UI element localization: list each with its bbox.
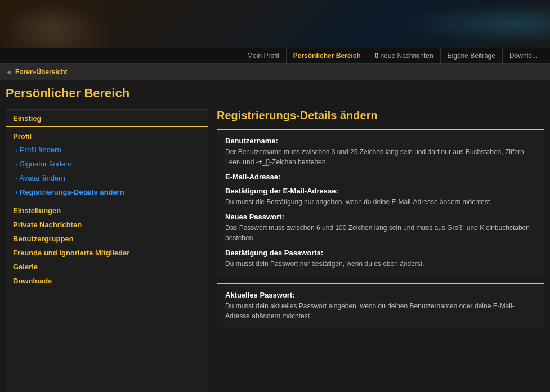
sidebar-item-registrierungs-details[interactable]: Registrierungs-Details ändern xyxy=(6,185,208,199)
sidebar-item-signatur-aendern[interactable]: Signatur ändern xyxy=(6,157,208,171)
label-aktuelles-passwort: Aktuelles Passwort: xyxy=(225,291,536,299)
content-title: Registrierungs-Details ändern xyxy=(217,109,544,122)
info-box-aktuelles-passwort: Aktuelles Passwort: Du musst dein aktuel… xyxy=(217,283,544,328)
info-section-passwort-bestaetigung: Bestätigung des Passworts: Du musst dein… xyxy=(225,249,536,269)
info-section-email-bestaetigung: Bestätigung der E-Mail-Adresse: Du musst… xyxy=(225,187,536,207)
info-section-aktuelles-passwort: Aktuelles Passwort: Du musst dein aktuel… xyxy=(225,291,536,321)
sidebar-item-downloads[interactable]: Downloads xyxy=(6,274,208,288)
sidebar-item-private-nachrichten[interactable]: Private Nachrichten xyxy=(6,218,208,232)
info-section-neues-passwort: Neues Passwort: Das Passwort muss zwisch… xyxy=(225,213,536,243)
breadcrumb-arrow-icon: ◄ xyxy=(6,69,12,75)
page-title: Persönlicher Bereich xyxy=(6,86,544,101)
sidebar-section-einstieg: Einstieg xyxy=(6,110,208,127)
info-section-email: E-Mail-Adresse: xyxy=(225,173,536,181)
sidebar: Einstieg Profil Profil ändern Signatur ä… xyxy=(6,109,208,392)
header-banner xyxy=(0,0,550,48)
content-area: Registrierungs-Details ändern Benutzerna… xyxy=(217,109,544,392)
nav-downloads[interactable]: Downlo... xyxy=(503,48,544,64)
text-benutzername: Der Benutzername muss zwischen 3 und 25 … xyxy=(225,147,536,167)
label-benutzername: Benutzername: xyxy=(225,137,536,145)
text-passwort-bestaetigung: Du musst dein Passwort nur bestätigen, w… xyxy=(225,259,536,269)
sidebar-item-avatar-aendern[interactable]: Avatar ändern xyxy=(6,171,208,185)
sidebar-item-einstellungen[interactable]: Einstellungen xyxy=(6,204,208,218)
label-email-bestaetigung: Bestätigung der E-Mail-Adresse: xyxy=(225,187,536,195)
nav-eigene-beitraege[interactable]: Eigene Beiträge xyxy=(441,48,503,64)
sidebar-section-profil-title: Profil xyxy=(6,129,208,143)
nav-persoenlicher-bereich[interactable]: Persönlicher Bereich xyxy=(287,48,368,64)
top-nav: Mein Profil Persönlicher Bereich 0 neue … xyxy=(0,48,550,64)
sidebar-item-profil-aendern[interactable]: Profil ändern xyxy=(6,143,208,157)
nav-neue-nachrichten[interactable]: 0 neue Nachrichten xyxy=(368,48,441,64)
tank-decoration xyxy=(6,6,96,48)
label-neues-passwort: Neues Passwort: xyxy=(225,213,536,221)
info-section-benutzername: Benutzername: Der Benutzername muss zwis… xyxy=(225,137,536,167)
page-title-area: Persönlicher Bereich xyxy=(0,80,550,103)
sidebar-item-freunde[interactable]: Freunde und ignorierte Mitglieder xyxy=(6,246,208,260)
text-aktuelles-passwort: Du musst dein aktuelles Passwort eingebe… xyxy=(225,301,536,321)
nav-mein-profil[interactable]: Mein Profil xyxy=(240,48,287,64)
breadcrumb-bar: ◄ Foren-Übersicht xyxy=(0,64,550,80)
main-container: Einstieg Profil Profil ändern Signatur ä… xyxy=(0,103,550,392)
text-neues-passwort: Das Passwort muss zwischen 6 und 100 Zei… xyxy=(225,223,536,243)
sidebar-item-benutzergruppen[interactable]: Benutzergruppen xyxy=(6,232,208,246)
label-passwort-bestaetigung: Bestätigung des Passworts: xyxy=(225,249,536,257)
breadcrumb-foren-uebersicht[interactable]: Foren-Übersicht xyxy=(15,68,68,76)
info-box-registration: Benutzername: Der Benutzername muss zwis… xyxy=(217,129,544,276)
text-email-bestaetigung: Du musst die Bestätigung nur angeben, we… xyxy=(225,197,536,207)
sidebar-item-galerie[interactable]: Galerie xyxy=(6,260,208,274)
label-email: E-Mail-Adresse: xyxy=(225,173,536,181)
